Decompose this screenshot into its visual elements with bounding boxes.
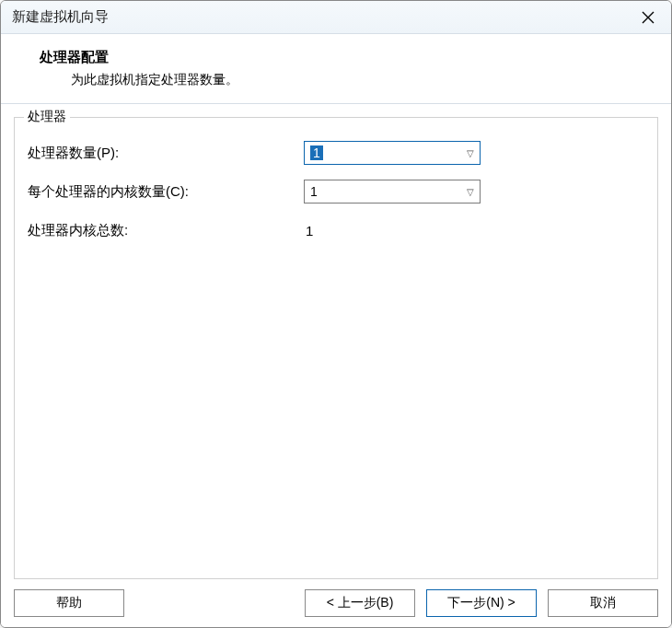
- chevron-down-icon: ▽: [467, 148, 474, 158]
- next-button[interactable]: 下一步(N) >: [426, 589, 537, 617]
- chevron-down-icon: ▽: [467, 187, 474, 197]
- combo-cores-value: 1: [310, 184, 318, 199]
- next-button-label: 下一步(N) >: [447, 595, 516, 611]
- processor-group: 处理器 处理器数量(P): 1 ▽ 每个处理器的内核数量(C): 1 ▽ 处理器…: [14, 117, 658, 579]
- close-icon: [642, 11, 655, 24]
- cancel-button[interactable]: 取消: [548, 589, 658, 617]
- help-button[interactable]: 帮助: [14, 589, 124, 617]
- label-processor-count: 处理器数量(P):: [28, 145, 304, 162]
- page-title: 处理器配置: [40, 49, 645, 66]
- back-button-label: < 上一步(B): [327, 595, 394, 611]
- wizard-window: 新建虚拟机向导 处理器配置 为此虚拟机指定处理器数量。 处理器 处理器数量(P)…: [0, 0, 672, 628]
- row-total-cores: 处理器内核总数: 1: [28, 217, 644, 243]
- combo-processor-count[interactable]: 1 ▽: [304, 141, 481, 165]
- content-area: 处理器 处理器数量(P): 1 ▽ 每个处理器的内核数量(C): 1 ▽ 处理器…: [1, 104, 671, 579]
- back-button[interactable]: < 上一步(B): [305, 589, 415, 617]
- combo-processor-count-value: 1: [310, 145, 323, 160]
- value-total-cores: 1: [304, 223, 313, 238]
- wizard-header: 处理器配置 为此虚拟机指定处理器数量。: [1, 34, 671, 104]
- row-cores-per-processor: 每个处理器的内核数量(C): 1 ▽: [28, 179, 644, 204]
- footer: 帮助 < 上一步(B) 下一步(N) > 取消: [1, 579, 671, 627]
- group-legend: 处理器: [24, 109, 70, 125]
- page-subtitle: 为此虚拟机指定处理器数量。: [71, 72, 645, 88]
- row-processor-count: 处理器数量(P): 1 ▽: [28, 140, 644, 166]
- label-total-cores: 处理器内核总数:: [28, 222, 304, 239]
- close-button[interactable]: [631, 5, 666, 30]
- help-button-label: 帮助: [56, 595, 82, 611]
- cancel-button-label: 取消: [590, 595, 616, 611]
- label-cores-per-processor: 每个处理器的内核数量(C):: [28, 183, 304, 201]
- window-title: 新建虚拟机向导: [12, 8, 109, 26]
- combo-cores-per-processor[interactable]: 1 ▽: [304, 180, 481, 204]
- titlebar: 新建虚拟机向导: [1, 1, 671, 34]
